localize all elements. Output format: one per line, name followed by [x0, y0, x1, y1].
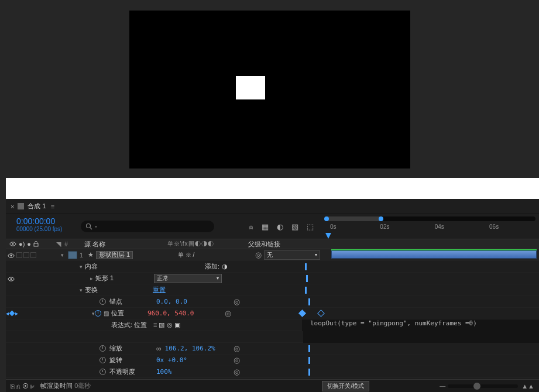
expression-label-row[interactable]: 表达式: 位置 ≡ ▧ ◎ ▣ loopOut(type = "pingpong… — [6, 319, 539, 331]
constrain-proportions-icon[interactable]: ∞ — [156, 345, 162, 353]
shape-group-row[interactable]: ▸ 矩形 1 正常 ▾ — [6, 273, 539, 284]
scale-row[interactable]: 缩放 ∞ 106.2, 106.2% ◎ — [6, 343, 539, 355]
frame-blend-icon[interactable]: ▦ — [262, 222, 269, 231]
layer-twirl[interactable]: ▾ — [56, 252, 68, 258]
scale-stopwatch[interactable] — [99, 345, 106, 352]
shape-rectangle[interactable] — [236, 76, 265, 99]
position-track[interactable] — [296, 308, 539, 319]
tab-close-button[interactable]: × — [11, 203, 14, 210]
current-timecode[interactable]: 0:00:00:00 — [16, 216, 77, 226]
time-nav-track[interactable] — [325, 216, 535, 221]
zoom-slider[interactable] — [448, 384, 518, 388]
comp-icon — [18, 203, 24, 209]
shape-name[interactable]: 矩形 1 — [93, 274, 154, 283]
opacity-row[interactable]: 不透明度 100% ◎ — [6, 366, 539, 378]
snap-icon[interactable]: ⬚ — [307, 222, 314, 231]
layer-duration-bar[interactable] — [331, 250, 537, 259]
toggle-switches-button[interactable]: 切换开关/模式 — [322, 381, 369, 391]
layer-name-cell[interactable]: 形状图层 1 — [96, 251, 178, 259]
layer-bar-track[interactable] — [327, 249, 539, 261]
tab-name[interactable]: 合成 1 — [28, 202, 46, 211]
expression-editor[interactable]: loopOut(type = "pingpong", numKeyframes … — [302, 319, 539, 331]
opacity-value[interactable]: 100% — [156, 368, 172, 376]
av-columns-header: ●) ● — [6, 240, 56, 247]
layer-row[interactable]: ▾ 1 ★ 形状图层 1 单 ※ / ◎ 无 ▾ — [6, 249, 539, 261]
parent-cell[interactable]: ◎ 无 ▾ — [255, 250, 327, 260]
rotation-stopwatch[interactable] — [99, 357, 106, 363]
playhead-line — [308, 345, 310, 352]
expression-label: 表达式: 位置 — [111, 321, 153, 329]
visibility-toggle[interactable] — [6, 251, 16, 258]
parent-dropdown[interactable]: 无 ▾ — [264, 250, 320, 260]
position-stopwatch[interactable] — [95, 310, 101, 317]
anchor-point-row[interactable]: 锚点 0.0, 0.0 ◎ — [6, 296, 539, 308]
expression-spacer-row — [6, 331, 539, 343]
layer-switches[interactable]: 单 ※ / — [178, 251, 255, 259]
opacity-pickwhip-icon[interactable]: ◎ — [234, 367, 240, 376]
expression-text[interactable]: loopOut(type = "pingpong", numKeyframes … — [302, 319, 539, 327]
time-ruler-area[interactable]: 0s 02s 04s 06s — [320, 214, 539, 239]
playhead-icon[interactable] — [324, 232, 331, 240]
zoom-out-icon[interactable]: — — [440, 383, 445, 389]
shy-toggle-icon[interactable]: ⍝ — [249, 222, 253, 231]
name-column-header[interactable]: 源 名称 — [82, 240, 167, 249]
scale-pickwhip-icon[interactable]: ◎ — [234, 344, 240, 353]
tab-menu-button[interactable]: ≡ — [51, 203, 54, 210]
blend-mode-dropdown[interactable]: 正常 ▾ — [154, 274, 222, 283]
motion-blur-icon[interactable]: ◐ — [277, 222, 283, 231]
timeline-header: 0:00:00:00 00000 (25.00 fps) ▾ ⍝ ▦ ◐ ▧ ⬚ — [6, 214, 539, 239]
position-value[interactable]: 960.0, 540.0 — [147, 310, 194, 317]
eye-header-icon — [9, 241, 16, 247]
keyframe-marker-2[interactable] — [317, 310, 325, 317]
time-ruler[interactable]: 0s 02s 04s 06s — [325, 223, 535, 233]
rotation-row[interactable]: 旋转 0x +0.0° ◎ — [6, 355, 539, 366]
pickwhip-icon[interactable]: ◎ — [255, 250, 262, 259]
transform-reset-link[interactable]: 重置 — [153, 286, 166, 294]
transform-row[interactable]: ▾ 变换 重置 — [6, 284, 539, 296]
footer-tool-icons[interactable]: ⎘ ⎌ ⦿ ⊯ — [11, 383, 35, 390]
opacity-stopwatch[interactable] — [99, 369, 106, 375]
zoom-knob[interactable] — [473, 383, 480, 390]
anchor-pickwhip-icon[interactable]: ◎ — [234, 297, 240, 306]
layer-name[interactable]: 形状图层 1 — [96, 251, 133, 259]
timeline-footer: ⎘ ⎌ ⦿ ⊯ 帧渲染时间 0毫秒 切换开关/模式 — ▲▲ — [6, 379, 539, 392]
audio-header-icon: ●) — [19, 240, 25, 247]
position-row[interactable]: ◂▸ ▾ ▧ 位置 960.0, 540.0 ◎ — [6, 308, 539, 319]
search-caret: ▾ — [95, 224, 97, 229]
rotation-value[interactable]: 0x +0.0° — [156, 356, 187, 364]
index-column-header: ◥ # — [56, 240, 82, 248]
svg-point-0 — [87, 224, 91, 228]
render-time-value: 0毫秒 — [74, 382, 91, 389]
av-switches[interactable] — [16, 252, 56, 258]
shape-group-visibility[interactable] — [6, 274, 16, 281]
layer-index: 1 — [77, 252, 85, 259]
scale-value[interactable]: 106.2, 106.2% — [165, 345, 215, 352]
keyframe-nav[interactable]: ◂▸ — [6, 310, 18, 317]
parent-value: 无 — [267, 251, 273, 259]
svg-line-1 — [90, 228, 92, 229]
svg-point-7 — [11, 255, 12, 256]
playhead-line — [308, 369, 310, 376]
graph-editor-icon[interactable]: ▧ — [291, 222, 298, 231]
composition-canvas[interactable] — [129, 11, 410, 169]
parent-column-header[interactable]: 父级和链接 — [248, 240, 320, 249]
search-input[interactable]: ▾ — [81, 221, 214, 232]
add-label: 添加: — [205, 262, 219, 271]
layer-color-chip[interactable] — [68, 251, 77, 259]
timecode-block[interactable]: 0:00:00:00 00000 (25.00 fps) — [6, 214, 81, 239]
anchor-stopwatch[interactable] — [99, 298, 106, 305]
add-button-icon[interactable]: ◑ — [222, 263, 228, 270]
svg-point-4 — [12, 243, 14, 245]
search-icon — [85, 223, 92, 230]
expression-indicator-icon[interactable]: ▧ — [104, 310, 109, 317]
rotation-pickwhip-icon[interactable]: ◎ — [234, 356, 240, 365]
anchor-value[interactable]: 0.0, 0.0 — [156, 298, 187, 305]
chevron-down-icon: ▾ — [315, 252, 317, 257]
expression-tools[interactable]: ≡ ▧ ◎ ▣ — [153, 321, 231, 329]
zoom-in-icon[interactable]: ▲▲ — [521, 383, 534, 390]
time-nav-thumb[interactable] — [325, 216, 382, 221]
position-pickwhip-icon[interactable]: ◎ — [225, 309, 231, 318]
contents-row[interactable]: ▾ 内容 添加: ◑ — [6, 261, 539, 273]
position-label: 位置 — [109, 309, 147, 318]
keyframe-marker-1[interactable] — [298, 310, 306, 317]
